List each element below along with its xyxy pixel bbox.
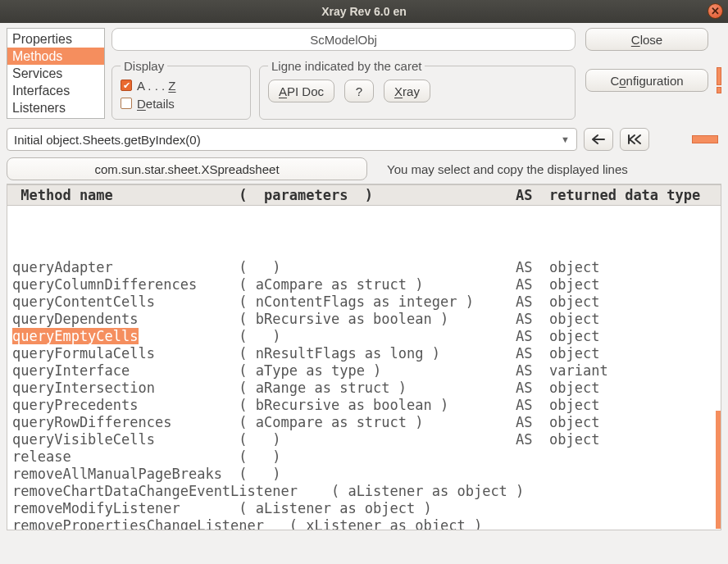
- tab-listeners[interactable]: Listeners: [7, 99, 104, 116]
- display-legend: Display: [121, 59, 167, 73]
- indicator-icon: [717, 67, 721, 85]
- interface-display[interactable]: com.sun.star.sheet.XSpreadsheet: [7, 157, 367, 180]
- tab-methods[interactable]: Methods: [7, 48, 104, 65]
- table-row[interactable]: queryEmptyCells ( ) AS object: [12, 328, 721, 345]
- scroll-indicator[interactable]: [716, 411, 721, 529]
- history-back-button[interactable]: [584, 128, 613, 151]
- details-checkbox[interactable]: Details: [121, 94, 242, 112]
- table-row[interactable]: queryRowDifferences ( aCompare as struct…: [12, 414, 721, 431]
- sort-az-checkbox[interactable]: ✔ A . . . Z: [121, 76, 242, 94]
- check-icon: ✔: [121, 80, 132, 91]
- table-row[interactable]: release ( ): [12, 448, 721, 466]
- table-row[interactable]: queryDependents ( bRecursive as boolean …: [12, 311, 721, 328]
- window-close-icon[interactable]: ✕: [708, 3, 723, 19]
- tab-services[interactable]: Services: [7, 65, 104, 82]
- check-icon: [121, 98, 132, 109]
- tab-interfaces[interactable]: Interfaces: [7, 82, 104, 99]
- table-row[interactable]: queryPrecedents ( bRecursive as boolean …: [12, 397, 721, 414]
- window-title: Xray Rev 6.0 en: [321, 5, 407, 18]
- object-path-dropdown[interactable]: Initial object.Sheets.getByIndex(0) ▼: [7, 128, 577, 151]
- help-button[interactable]: ?: [344, 80, 374, 102]
- history-first-button[interactable]: [620, 128, 649, 151]
- grid-header: Method name ( parameters ) AS returned d…: [7, 184, 721, 206]
- table-row[interactable]: removeModifyListener ( aListener as obje…: [12, 500, 721, 517]
- indicator-icon: [717, 87, 721, 93]
- chevron-down-icon: ▼: [561, 134, 570, 144]
- xray-button[interactable]: Xray: [384, 80, 430, 102]
- configuration-button[interactable]: Configuration: [585, 69, 708, 92]
- caret-line-group: Ligne indicated by the caret API Doc ? X…: [259, 59, 576, 120]
- table-row[interactable]: queryColumnDifferences ( aCompare as str…: [12, 276, 721, 293]
- caret-legend: Ligne indicated by the caret: [268, 59, 425, 73]
- grid-body[interactable]: queryAdapter ( ) AS objectqueryColumnDif…: [7, 206, 721, 530]
- table-row[interactable]: queryAdapter ( ) AS object: [12, 259, 721, 276]
- table-row[interactable]: queryIntersection ( aRange as struct ) A…: [12, 380, 721, 397]
- table-row[interactable]: queryVisibleCells ( ) AS object: [12, 431, 721, 448]
- table-row[interactable]: queryFormulaCells ( nResultFlags as long…: [12, 345, 721, 362]
- tab-properties[interactable]: Properties: [7, 30, 104, 48]
- table-row[interactable]: queryInterface ( aType as type ) AS vari…: [12, 362, 721, 380]
- api-doc-button[interactable]: API Doc: [268, 80, 334, 102]
- copy-hint-text: You may select and copy the displayed li…: [387, 162, 628, 176]
- table-row[interactable]: queryContentCells ( nContentFlags as int…: [12, 293, 721, 311]
- table-row[interactable]: removeAllManualPageBreaks ( ): [12, 466, 721, 483]
- window-titlebar: Xray Rev 6.0 en ✕: [0, 0, 728, 23]
- table-row[interactable]: removeChartDataChangeEventListener ( aLi…: [12, 483, 721, 500]
- object-path-value: Initial object.Sheets.getByIndex(0): [14, 133, 201, 147]
- table-row[interactable]: removePropertiesChangeListener ( xListen…: [12, 517, 721, 530]
- category-tabs[interactable]: PropertiesMethodsServicesInterfacesListe…: [7, 28, 105, 119]
- object-name-display: ScModelObj: [111, 28, 576, 51]
- indicator-icon: [692, 135, 718, 143]
- display-options-group: Display ✔ A . . . Z Details: [111, 59, 251, 120]
- methods-grid: Method name ( parameters ) AS returned d…: [7, 184, 721, 530]
- close-button[interactable]: Close: [585, 28, 708, 51]
